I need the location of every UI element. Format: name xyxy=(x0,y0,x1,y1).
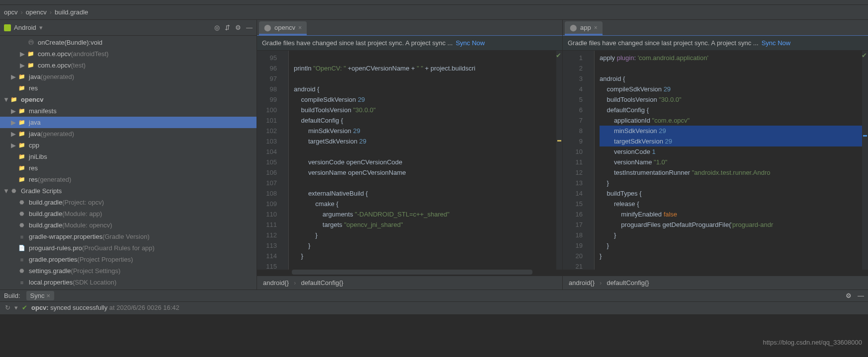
folder-blue-icon: 📁 xyxy=(18,119,26,126)
tree-item-label: jniLibs xyxy=(29,153,47,160)
editor-pane-right: ⬤ app × Gradle files have changed since … xyxy=(563,20,868,289)
folder-blue-icon: 📁 xyxy=(18,142,26,149)
expand-arrow-icon[interactable]: ▼ xyxy=(3,187,9,195)
tree-item[interactable]: ▶📁com.e.opcv (androidTest) xyxy=(0,48,257,60)
expand-arrow-icon[interactable]: ▶ xyxy=(11,130,17,138)
code-content[interactable]: apply plugin: 'com.android.application' … xyxy=(595,51,862,270)
gear-icon[interactable]: ⚙ xyxy=(235,24,241,31)
code-editor[interactable]: 9596979899100101102103104105106107108109… xyxy=(257,51,562,270)
tree-item-label: gradle.properties xyxy=(29,256,78,263)
chevron-right-icon: › xyxy=(600,279,602,286)
prop-icon: ≡ xyxy=(18,256,26,263)
tree-item[interactable]: ≡gradle-wrapper.properties (Gradle Versi… xyxy=(0,231,257,242)
tree-item[interactable]: ⬣build.gradle (Module: app) xyxy=(0,208,257,219)
gradle-icon: ⬣ xyxy=(10,188,18,195)
tree-item[interactable]: 📁res xyxy=(0,82,257,94)
expand-arrow-icon[interactable]: ▶ xyxy=(11,142,17,149)
crumb-item[interactable]: defaultConfig{} xyxy=(301,279,343,286)
horizontal-scrollbar[interactable] xyxy=(292,270,532,275)
close-icon[interactable]: × xyxy=(46,292,50,299)
fold-gutter[interactable] xyxy=(281,51,289,270)
breadcrumb-item[interactable]: opencv xyxy=(26,8,47,16)
tab-label: app xyxy=(580,24,591,31)
expand-arrow-icon[interactable]: ▶ xyxy=(11,119,17,126)
android-icon xyxy=(4,24,11,31)
tree-item[interactable]: ▶📁java xyxy=(0,117,257,128)
tree-item-dim: (generated) xyxy=(41,130,74,138)
tree-item[interactable]: ≡local.properties (SDK Location) xyxy=(0,277,257,288)
sidebar-view-selector[interactable]: Android xyxy=(14,24,36,31)
tree-item-label: opencv xyxy=(21,96,44,103)
collapse-icon[interactable]: — xyxy=(246,24,253,31)
crumb-item[interactable]: defaultConfig{} xyxy=(607,279,649,286)
gradle-icon: ⬣ xyxy=(18,199,26,206)
tree-item[interactable]: 📁res xyxy=(0,162,257,174)
collapse-icon[interactable]: — xyxy=(858,292,864,299)
tree-item[interactable]: ▼📁opencv xyxy=(0,94,257,105)
sync-now-link[interactable]: Sync Now xyxy=(456,39,485,47)
tree-item[interactable]: ▶📁cpp xyxy=(0,140,257,151)
sync-now-link[interactable]: Sync Now xyxy=(762,39,791,47)
filter-icon[interactable]: ⇵ xyxy=(225,24,230,31)
crumb-item[interactable]: android{} xyxy=(569,279,595,286)
gradle-icon: ⬣ xyxy=(18,222,26,229)
code-crumbs: android{} › defaultConfig{} xyxy=(257,276,562,289)
tree-item[interactable]: ⬣settings.gradle (Project Settings) xyxy=(0,265,257,277)
editor-tab-opencv[interactable]: ⬤ opencv × xyxy=(259,21,307,35)
gradle-icon: ⬤ xyxy=(264,24,271,31)
tree-item[interactable]: 📄proguard-rules.pro (ProGuard Rules for … xyxy=(0,242,257,254)
check-icon: ✔ xyxy=(556,52,561,59)
tree-item-label: java xyxy=(29,119,41,126)
project-sidebar: Android ▾ ◎ ⇵ ⚙ — ⓜonCreate(Bundle):void… xyxy=(0,20,257,289)
target-icon[interactable]: ◎ xyxy=(214,24,220,31)
tree-item[interactable]: ⓜonCreate(Bundle):void xyxy=(0,37,257,48)
warning-marker[interactable] xyxy=(557,140,561,142)
tree-item[interactable]: ▶📁java (generated) xyxy=(0,71,257,82)
expand-arrow-icon[interactable]: ▼ xyxy=(3,96,9,103)
close-icon[interactable]: × xyxy=(298,24,302,31)
banner-text: Gradle files have changed since last pro… xyxy=(262,39,453,47)
restart-icon[interactable]: ↻ xyxy=(5,304,10,311)
close-icon[interactable]: × xyxy=(594,24,598,31)
gear-icon[interactable]: ⚙ xyxy=(846,292,852,299)
tree-item[interactable]: ≡gradle.properties (Project Properties) xyxy=(0,254,257,265)
tree-item[interactable]: 📁jniLibs xyxy=(0,151,257,162)
chevron-down-icon[interactable]: ▾ xyxy=(39,24,43,31)
tree-item[interactable]: ▶📁java (generated) xyxy=(0,128,257,140)
tree-item[interactable]: ⬣build.gradle (Project: opcv) xyxy=(0,197,257,208)
tree-item-label: local.properties xyxy=(29,279,73,286)
build-panel: Build: Sync × ⚙ — ↻ ▾ ✔ opcv: synced suc… xyxy=(0,289,868,314)
chevron-down-icon[interactable]: ▾ xyxy=(14,304,18,311)
tree-item[interactable]: ⬣build.gradle (Module: opencv) xyxy=(0,219,257,231)
check-icon: ✔ xyxy=(22,304,27,311)
breadcrumb-item[interactable]: opcv xyxy=(4,8,17,16)
tree-item[interactable]: ▼⬣Gradle Scripts xyxy=(0,185,257,197)
sync-tab[interactable]: Sync × xyxy=(26,291,55,300)
breadcrumb-item[interactable]: build.gradle xyxy=(55,8,88,16)
editor-tab-bar: ⬤ app × xyxy=(563,20,868,36)
tree-item-label: com.e.opcv xyxy=(38,50,71,58)
tree-item[interactable]: ▶📁manifests xyxy=(0,105,257,117)
fold-gutter[interactable] xyxy=(587,51,595,270)
editor-tab-app[interactable]: ⬤ app × xyxy=(565,21,603,35)
tree-item-label: res xyxy=(29,176,38,183)
tree-item-dim: (test) xyxy=(71,62,86,69)
expand-arrow-icon[interactable]: ▶ xyxy=(20,62,26,69)
code-editor[interactable]: 123456789101112131415161718192021 apply … xyxy=(563,51,868,270)
tree-item-label: manifests xyxy=(29,107,57,115)
tree-item[interactable]: 📁res (generated) xyxy=(0,174,257,185)
tree-item[interactable]: ▶📁com.e.opcv (test) xyxy=(0,60,257,71)
expand-arrow-icon[interactable]: ▶ xyxy=(11,73,17,80)
code-content[interactable]: println "OpenCV: " +openCVersionName + "… xyxy=(289,51,556,270)
expand-arrow-icon[interactable]: ▶ xyxy=(11,107,17,115)
editor-tab-bar: ⬤ opencv × xyxy=(257,20,562,36)
expand-arrow-icon[interactable]: ▶ xyxy=(20,50,26,58)
tree-item-label: res xyxy=(29,164,38,172)
selection-marker[interactable] xyxy=(863,135,867,137)
tree-item-label: build.gradle xyxy=(29,199,62,206)
project-tree[interactable]: ⓜonCreate(Bundle):void▶📁com.e.opcv (andr… xyxy=(0,36,257,289)
tree-item-dim: (ProGuard Rules for app) xyxy=(82,244,155,252)
marker-gutter: ✔ xyxy=(556,51,562,270)
tree-item-label: proguard-rules.pro xyxy=(29,244,82,252)
crumb-item[interactable]: android{} xyxy=(263,279,289,286)
